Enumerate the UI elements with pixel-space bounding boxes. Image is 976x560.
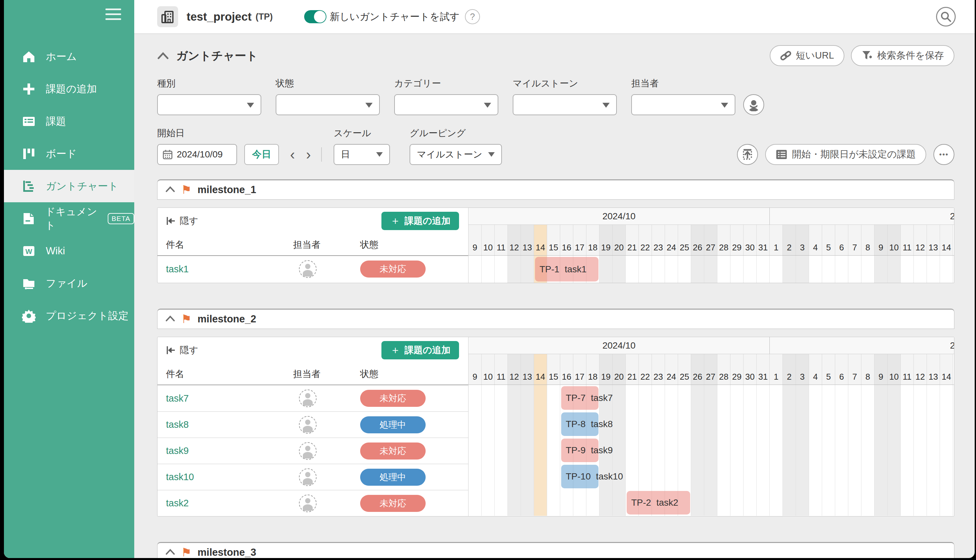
task-link[interactable]: task9	[166, 445, 189, 456]
assignee-avatar	[299, 416, 317, 434]
more-options-button[interactable]: •••	[933, 144, 954, 165]
status-badge: 未対応	[360, 260, 425, 278]
day-cell: 25	[678, 225, 691, 255]
day-column-bg	[940, 256, 953, 283]
day-cell: 11	[901, 354, 914, 385]
gantt-bar[interactable]: TP-7task7	[561, 386, 599, 410]
task-row: task10処理中	[157, 464, 468, 490]
day-cell: 10	[888, 354, 901, 385]
day-cell: 12	[508, 354, 521, 385]
help-icon[interactable]: ?	[465, 9, 480, 24]
hamburger-menu-icon[interactable]	[105, 8, 121, 23]
day-column-bg	[691, 256, 704, 283]
task-link[interactable]: task2	[166, 498, 189, 508]
day-cell: 26	[691, 225, 704, 255]
wiki-icon: W	[22, 244, 36, 258]
day-column-bg	[482, 256, 495, 283]
sidebar-item-4[interactable]: ガントチャート	[4, 170, 134, 202]
task-link[interactable]: task8	[166, 419, 189, 430]
collapse-section-icon[interactable]	[157, 52, 169, 60]
day-column-bg	[639, 256, 652, 283]
fit-chart-button[interactable]	[737, 144, 758, 165]
grouping-label: グルーピング	[410, 127, 502, 140]
search-icon[interactable]	[936, 7, 956, 27]
new-gantt-toggle[interactable]	[304, 10, 327, 23]
collapse-left-icon	[166, 216, 176, 226]
sidebar-item-7[interactable]: ファイル	[4, 267, 134, 300]
divider	[321, 147, 322, 162]
hide-table-button[interactable]: 隠す	[166, 344, 199, 357]
day-cell: 2	[783, 354, 796, 385]
column-header-subject: 件名	[157, 368, 293, 380]
sidebar-item-5[interactable]: ドキュメントBETA	[4, 202, 134, 235]
filter-select-3[interactable]	[513, 94, 617, 115]
issues-icon	[22, 114, 36, 128]
start-date-input[interactable]: 2024/10/09	[157, 144, 237, 165]
task-link[interactable]: task10	[166, 472, 194, 482]
day-cell: 31	[757, 225, 770, 255]
gantt-bar-title: task9	[591, 445, 613, 456]
filter-select-0[interactable]	[157, 94, 261, 115]
save-search-button[interactable]: 検索条件を保存	[851, 45, 954, 66]
task-row: task2未対応	[157, 490, 468, 516]
short-url-button[interactable]: 短いURL	[770, 45, 845, 66]
chevron-down-icon	[484, 103, 491, 108]
filter-select-2[interactable]	[394, 94, 498, 115]
link-icon	[780, 50, 791, 61]
chevron-down-icon	[488, 152, 495, 157]
assignee-me-button[interactable]	[743, 94, 764, 115]
collapse-milestone-icon[interactable]	[165, 548, 175, 557]
sidebar-item-2[interactable]: 課題	[4, 105, 134, 137]
gantt-bar[interactable]: TP-8task8	[561, 412, 599, 436]
milestone-section: ⚑milestone_1隠す＋課題の追加件名担当者状態task1未対応2024/…	[157, 179, 954, 283]
milestone-header: ⚑milestone_2	[157, 308, 954, 329]
scale-select[interactable]: 日	[334, 144, 390, 165]
task-link[interactable]: task7	[166, 393, 189, 403]
gantt-bar-title: task7	[591, 393, 613, 403]
hide-table-button[interactable]: 隠す	[166, 215, 199, 227]
column-header-assignee: 担当者	[293, 238, 360, 251]
month-label: 2024/11	[770, 208, 954, 225]
day-cell: 10	[482, 225, 495, 255]
add-issue-button[interactable]: ＋課題の追加	[381, 341, 459, 359]
gantt-bar[interactable]: TP-1task1	[535, 257, 599, 282]
gantt-bar[interactable]: TP-2task2	[627, 491, 690, 515]
day-cell: 27	[704, 225, 717, 255]
task-link[interactable]: task1	[166, 264, 189, 274]
collapse-milestone-icon[interactable]	[165, 315, 175, 323]
day-column-bg	[469, 385, 482, 516]
day-column-bg	[940, 385, 953, 516]
gantt-bar-title: task8	[591, 419, 613, 429]
day-column-bg	[901, 385, 914, 516]
add-issue-button[interactable]: ＋課題の追加	[381, 212, 459, 230]
next-period-button[interactable]: ›	[306, 144, 311, 165]
sidebar-item-1[interactable]: 課題の追加	[4, 73, 134, 105]
day-cell: 13	[521, 225, 534, 255]
milestone-section: ⚑milestone_2隠す＋課題の追加件名担当者状態task7未対応task8…	[157, 308, 954, 517]
gantt-bar[interactable]: TP-10task10	[561, 465, 599, 488]
day-cell: 31	[757, 354, 770, 385]
day-cell: 15	[547, 354, 560, 385]
sidebar-item-8[interactable]: プロジェクト設定	[4, 300, 134, 332]
task-row: task7未対応	[157, 385, 468, 412]
grouping-select[interactable]: マイルストーン	[410, 144, 502, 165]
day-column-bg	[678, 256, 691, 283]
day-column-bg	[835, 256, 848, 283]
filter-select-4[interactable]	[631, 94, 735, 115]
calendar-icon	[162, 149, 173, 160]
collapse-milestone-icon[interactable]	[165, 186, 175, 194]
project-key: (TP)	[255, 12, 272, 22]
filter-select-1[interactable]	[276, 94, 380, 115]
sidebar-item-0[interactable]: ホーム	[4, 40, 134, 73]
today-button[interactable]: 今日	[244, 144, 279, 165]
filter-label: 種別	[157, 77, 261, 90]
sidebar-item-3[interactable]: ボード	[4, 137, 134, 170]
prev-period-button[interactable]: ‹	[290, 144, 295, 165]
page-title: ガントチャート	[176, 48, 258, 63]
sidebar-item-wiki[interactable]: WWiki	[4, 235, 134, 267]
day-cell: 11	[495, 225, 508, 255]
column-header-assignee: 担当者	[293, 368, 360, 380]
unset-dates-issues-button[interactable]: 開始・期限日が未設定の課題	[765, 144, 926, 165]
gantt-bar[interactable]: TP-9task9	[561, 438, 599, 462]
day-column-bg	[508, 256, 521, 283]
